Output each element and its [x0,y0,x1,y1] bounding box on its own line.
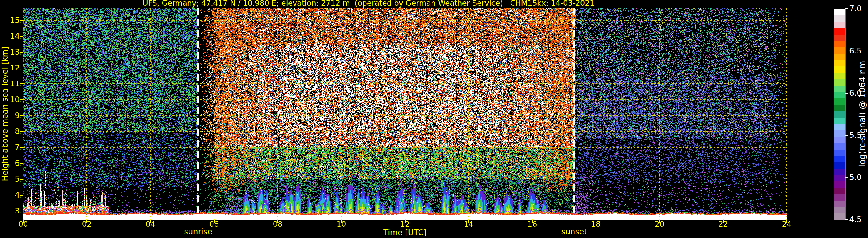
colorbar-band [834,213,845,220]
colorbar-band [834,9,845,15]
colorbar-band [834,207,845,213]
colorbar-band [834,194,845,201]
colorbar-tick-mark [845,219,848,220]
y-tick-mark [20,20,23,21]
y-tick-mark [20,210,23,211]
colorbar-band [834,175,845,181]
colorbar-tick-mark [845,93,848,94]
y-tick-label: 9. [0,111,22,120]
colorbar-band [834,143,845,149]
colorbar-band [834,41,845,47]
colorbar-band [834,124,845,130]
x-axis-label: Time [UTC] [383,228,426,237]
y-tick-label: 5. [0,175,22,183]
colorbar-band [834,149,845,156]
colorbar-band [834,117,845,124]
y-tick-mark [20,179,23,180]
colorbar-band [834,130,845,137]
x-tick-mark [277,219,278,223]
y-tick-label: 4. [0,191,22,199]
x-tick-mark [595,219,596,223]
colorbar-band [834,28,845,34]
colorbar-tick-label: 6.5 [849,46,862,55]
y-tick-label: 3. [0,206,22,215]
colorbar-band [834,60,845,66]
colorbar-band [834,137,845,143]
colorbar-band [834,201,845,207]
colorbar [834,9,846,220]
y-tick-mark [20,52,23,53]
colorbar-tick-label: 7.0 [849,4,862,13]
sunset-annotation: sunset [561,227,587,236]
x-tick-mark [405,219,405,223]
colorbar-band [834,15,845,22]
x-tick-mark [87,219,87,223]
colorbar-band [834,99,845,105]
y-tick-label: 15. [0,16,22,25]
y-tick-mark [20,147,23,148]
x-tick-mark [786,219,787,223]
colorbar-band [834,181,845,188]
x-tick-mark [468,219,469,223]
y-tick-mark [20,36,23,37]
x-tick-mark [723,219,724,223]
lidar-quicklook-figure: UFS, Germany; 47.417 N / 10.980 E; eleva… [0,0,868,238]
colorbar-band [834,162,845,169]
colorbar-band [834,92,845,99]
x-tick-mark [23,219,24,223]
x-tick-mark [341,219,342,223]
colorbar-band [834,105,845,111]
y-tick-mark [20,195,23,196]
colorbar-tick-mark [845,8,848,9]
y-tick-mark [20,115,23,116]
y-tick-label: 7. [0,143,22,151]
y-tick-label: 10. [0,95,22,104]
colorbar-tick-mark [845,50,848,52]
colorbar-band [834,79,845,86]
colorbar-band [834,54,845,60]
y-tick-label: 8. [0,127,22,136]
colorbar-tick-mark [845,177,848,178]
colorbar-tick-mark [845,135,848,136]
x-tick-mark [659,219,660,223]
colorbar-band [834,47,845,54]
colorbar-band [834,86,845,92]
y-tick-mark [20,99,23,100]
colorbar-band [834,35,845,41]
sunrise-annotation: sunrise [184,227,212,236]
colorbar-band [834,156,845,162]
y-tick-mark [20,131,23,132]
x-tick-mark [150,219,151,223]
colorbar-tick-label: 5.0 [849,173,862,182]
y-tick-label: 12. [0,64,22,72]
y-tick-mark [20,83,23,84]
colorbar-tick-label: 4.5 [849,215,862,224]
lidar-heatmap-canvas [23,8,787,223]
colorbar-band [834,169,845,175]
colorbar-band [834,188,845,194]
y-tick-mark [20,68,23,68]
colorbar-band [834,73,845,79]
colorbar-label: log(rc-signal) @ 1064 nm [857,61,867,167]
y-tick-label: 14. [0,32,22,40]
y-tick-mark [20,163,23,164]
colorbar-band [834,66,845,73]
y-tick-label: 11. [0,79,22,88]
x-tick-mark [214,219,215,223]
colorbar-band [834,22,845,28]
y-tick-label: 6. [0,159,22,168]
colorbar-band [834,111,845,117]
y-tick-label: 13. [0,48,22,56]
x-tick-mark [532,219,533,223]
plot-title: UFS, Germany; 47.417 N / 10.980 E; eleva… [0,0,737,7]
